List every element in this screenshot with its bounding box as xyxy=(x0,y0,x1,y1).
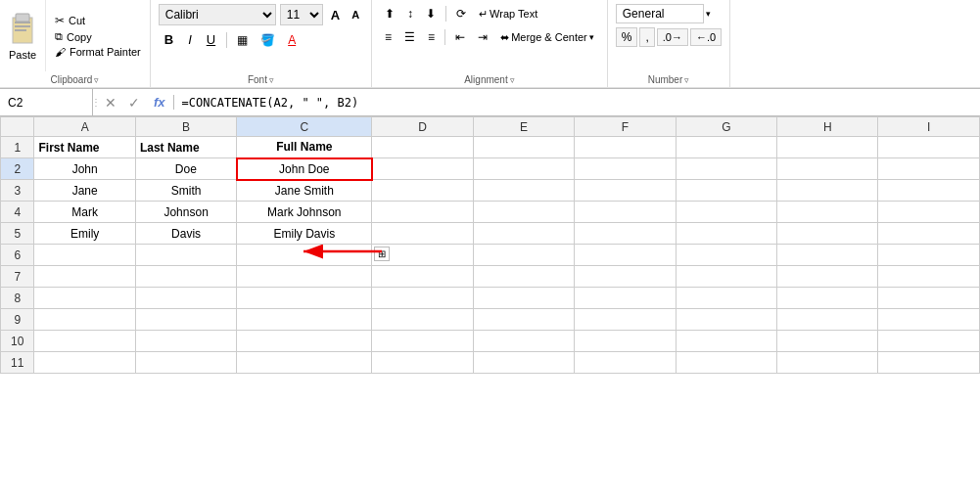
cell-g5[interactable] xyxy=(676,223,776,245)
align-top-button[interactable]: ⬆ xyxy=(380,4,399,23)
col-header-e[interactable]: E xyxy=(473,117,574,137)
increase-indent-button[interactable]: ⇥ xyxy=(473,27,492,47)
italic-button[interactable]: I xyxy=(182,29,198,50)
cell-b3[interactable]: Smith xyxy=(135,180,236,202)
row-header-5[interactable]: 5 xyxy=(1,223,34,245)
cell-f4[interactable] xyxy=(575,202,676,223)
decrease-indent-button[interactable]: ⇤ xyxy=(450,27,470,47)
cell-d2[interactable] xyxy=(372,158,473,180)
cell-h1[interactable] xyxy=(777,137,878,158)
col-header-f[interactable]: F xyxy=(575,117,676,137)
cell-a2[interactable]: John xyxy=(34,158,135,180)
cell-a3[interactable]: Jane xyxy=(34,180,135,202)
decrease-decimal-button[interactable]: ←.0 xyxy=(690,28,722,46)
cell-i3[interactable] xyxy=(878,180,980,202)
col-header-c[interactable]: C xyxy=(237,117,372,137)
cell-i2[interactable] xyxy=(878,158,980,180)
font-family-select[interactable]: Calibri xyxy=(159,4,276,25)
formula-confirm-button[interactable]: ✓ xyxy=(122,95,146,111)
cell-e3[interactable] xyxy=(473,180,574,202)
cell-h2[interactable] xyxy=(777,158,878,180)
cell-a5[interactable]: Emily xyxy=(34,223,135,245)
cell-h3[interactable] xyxy=(777,180,878,202)
paste-button[interactable]: Paste xyxy=(0,0,46,71)
formula-cancel-button[interactable]: ✕ xyxy=(99,95,122,111)
cell-c3[interactable]: Jane Smith xyxy=(237,180,372,202)
cell-f2[interactable] xyxy=(575,158,676,180)
cell-c6[interactable] xyxy=(237,245,372,266)
cell-d3[interactable] xyxy=(372,180,473,202)
underline-button[interactable]: U xyxy=(201,29,221,50)
col-header-i[interactable]: I xyxy=(878,117,980,137)
cell-c4[interactable]: Mark Johnson xyxy=(237,202,372,223)
row-header-9[interactable]: 9 xyxy=(1,309,34,331)
wrap-text-button[interactable]: ↵ Wrap Text xyxy=(474,5,542,23)
row-header-1[interactable]: 1 xyxy=(1,137,34,158)
cell-b6[interactable] xyxy=(135,245,236,266)
cell-i4[interactable] xyxy=(878,202,980,223)
cell-c5[interactable]: Emily Davis xyxy=(237,223,372,245)
cell-b4[interactable]: Johnson xyxy=(135,202,236,223)
cell-b1[interactable]: Last Name xyxy=(135,137,236,158)
percent-button[interactable]: % xyxy=(616,27,638,47)
font-size-select[interactable]: 11 xyxy=(280,4,323,25)
fill-color-button[interactable]: 🪣 xyxy=(256,30,280,50)
cell-e4[interactable] xyxy=(473,202,574,223)
align-left-button[interactable]: ≡ xyxy=(380,27,397,47)
autofill-options-icon[interactable]: ⊞ xyxy=(374,247,390,261)
row-header-7[interactable]: 7 xyxy=(1,266,34,288)
cell-g4[interactable] xyxy=(676,202,776,223)
cell-d5[interactable] xyxy=(372,223,473,245)
cell-b2[interactable]: Doe xyxy=(135,158,236,180)
comma-button[interactable]: , xyxy=(639,27,654,47)
cell-f6[interactable] xyxy=(575,245,676,266)
col-header-b[interactable]: B xyxy=(135,117,236,137)
cell-h5[interactable] xyxy=(777,223,878,245)
cell-f5[interactable] xyxy=(575,223,676,245)
cell-c2[interactable]: John Doe xyxy=(237,158,372,180)
col-header-a[interactable]: A xyxy=(34,117,135,137)
number-expand-icon[interactable]: ▿ xyxy=(684,75,689,85)
cell-d4[interactable] xyxy=(372,202,473,223)
increase-decimal-button[interactable]: .0→ xyxy=(657,28,688,46)
cell-g3[interactable] xyxy=(676,180,776,202)
clipboard-expand-icon[interactable]: ▿ xyxy=(94,75,99,85)
cell-a1[interactable]: First Name xyxy=(34,137,135,158)
col-header-h[interactable]: H xyxy=(777,117,878,137)
alignment-expand-icon[interactable]: ▿ xyxy=(510,75,515,85)
border-button[interactable]: ▦ xyxy=(232,30,253,50)
cell-e5[interactable] xyxy=(473,223,574,245)
row-header-3[interactable]: 3 xyxy=(1,180,34,202)
cell-e1[interactable] xyxy=(473,137,574,158)
align-middle-button[interactable]: ↕ xyxy=(402,4,418,23)
cell-e6[interactable] xyxy=(473,245,574,266)
formula-fx-button[interactable]: fx xyxy=(146,95,174,110)
cell-g1[interactable] xyxy=(676,137,776,158)
cell-a4[interactable]: Mark xyxy=(34,202,135,223)
font-color-button[interactable]: A xyxy=(283,30,301,50)
text-angle-button[interactable]: ⟳ xyxy=(451,4,471,23)
cell-i1[interactable] xyxy=(878,137,980,158)
font-expand-icon[interactable]: ▿ xyxy=(269,75,274,85)
col-header-d[interactable]: D xyxy=(372,117,473,137)
row-header-6[interactable]: 6 xyxy=(1,245,34,266)
cell-h6[interactable] xyxy=(777,245,878,266)
row-header-11[interactable]: 11 xyxy=(1,352,34,374)
row-header-10[interactable]: 10 xyxy=(1,331,34,352)
cell-a6[interactable] xyxy=(34,245,135,266)
row-header-8[interactable]: 8 xyxy=(1,288,34,309)
cell-c1[interactable]: Full Name xyxy=(237,137,372,158)
format-painter-button[interactable]: 🖌 Format Painter xyxy=(52,45,144,59)
cell-d6[interactable]: ⊞ xyxy=(372,245,473,266)
increase-font-button[interactable]: A xyxy=(327,6,344,24)
cell-i5[interactable] xyxy=(878,223,980,245)
cell-e2[interactable] xyxy=(473,158,574,180)
align-right-button[interactable]: ≡ xyxy=(423,27,440,47)
cell-g6[interactable] xyxy=(676,245,776,266)
name-box[interactable] xyxy=(0,89,93,115)
col-header-g[interactable]: G xyxy=(676,117,776,137)
cell-f3[interactable] xyxy=(575,180,676,202)
row-header-4[interactable]: 4 xyxy=(1,202,34,223)
cell-g2[interactable] xyxy=(676,158,776,180)
number-format-input[interactable] xyxy=(616,4,704,23)
